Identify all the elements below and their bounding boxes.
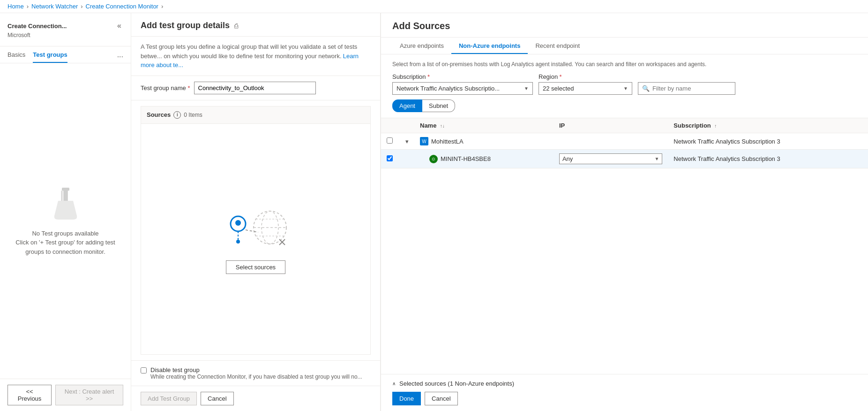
agent-subnet-toggle: Agent Subnet: [392, 99, 857, 112]
row1-checkbox[interactable]: [387, 137, 393, 144]
subscription-dropdown[interactable]: Network Traffic Analytics Subscriptio...…: [392, 82, 533, 95]
region-filter-group: Region * 22 selected ▼: [539, 73, 632, 95]
name-column-header: Name ↑↓: [414, 118, 554, 133]
center-description: A Test group lets you define a logical g…: [131, 37, 380, 76]
tab-test-groups[interactable]: Test groups: [33, 46, 67, 63]
disable-group-checkbox[interactable]: [141, 367, 147, 373]
selected-sources-chevron-icon[interactable]: ∧: [392, 381, 396, 386]
sources-info-icon[interactable]: i: [173, 111, 181, 119]
agents-table: Name ↑↓ IP Subscription ↑: [381, 118, 868, 168]
agent-icon: ⊙: [429, 155, 438, 163]
cancel-button[interactable]: Cancel: [201, 392, 233, 405]
region-chevron-icon: ▼: [623, 86, 628, 91]
breadcrumb: Home › Network Watcher › Create Connecti…: [0, 0, 868, 13]
tab-non-azure-endpoints[interactable]: Non-Azure endpoints: [451, 38, 528, 54]
filter-search-box[interactable]: 🔍: [638, 82, 735, 95]
sidebar-subtitle: Microsoft: [7, 32, 123, 38]
row1-checkbox-cell[interactable]: [381, 133, 400, 150]
row2-name-cell: ⊙ MININT-HB4SBE8: [414, 150, 554, 168]
print-icon[interactable]: ⎙: [234, 22, 238, 30]
sidebar-empty-state: No Test groups availableClick on '+ Test…: [0, 63, 131, 379]
tab-azure-endpoints[interactable]: Azure endpoints: [392, 38, 451, 54]
region-label: Region *: [539, 73, 632, 80]
right-panel-footer: ∧ Selected sources (1 Non-Azure endpoint…: [381, 374, 868, 411]
selected-sources-bar: ∧ Selected sources (1 Non-Azure endpoint…: [392, 380, 857, 387]
add-test-group-button[interactable]: Add Test Group: [141, 392, 197, 405]
selected-sources-label: Selected sources (1 Non-Azure endpoints): [399, 380, 514, 387]
sources-label: Sources: [147, 111, 171, 118]
region-dropdown[interactable]: 22 selected ▼: [539, 82, 632, 95]
agent-toggle-button[interactable]: Agent: [392, 99, 422, 112]
expand-header: [400, 118, 414, 133]
row2-checkbox[interactable]: [387, 155, 393, 161]
sources-panel-body: Select sources: [141, 124, 370, 355]
disable-group-section: Disable test group While creating the Co…: [131, 360, 380, 386]
workspace-icon: W: [420, 137, 428, 145]
row2-expand-cell: [400, 150, 414, 168]
sidebar-nav-tabs: Basics Test groups ...: [0, 46, 131, 63]
search-input[interactable]: [652, 85, 731, 92]
breadcrumb-network-watcher[interactable]: Network Watcher: [31, 3, 78, 10]
row2-ip-cell: Any ▼: [554, 150, 668, 168]
flask-icon: [47, 186, 84, 223]
svg-line-12: [246, 230, 258, 232]
more-options-button[interactable]: ...: [117, 46, 123, 63]
collapse-button[interactable]: «: [115, 21, 123, 31]
sidebar: Create Connection... « Microsoft Basics …: [0, 13, 131, 411]
subscription-chevron-icon: ▼: [524, 86, 529, 91]
svg-rect-2: [61, 190, 62, 201]
select-all-header: [381, 118, 400, 133]
table-row: ⊙ MININT-HB4SBE8 Any ▼ Network Traffic A…: [381, 150, 868, 168]
center-panel-title: Add test group details: [141, 21, 230, 30]
tab-recent-endpoint[interactable]: Recent endpoint: [528, 38, 587, 54]
select-sources-button[interactable]: Select sources: [226, 260, 285, 274]
region-value: 22 selected: [543, 85, 621, 92]
breadcrumb-create-connection-monitor[interactable]: Create Connection Monitor: [86, 3, 158, 10]
next-button: Next : Create alert >>: [55, 385, 123, 405]
disable-group-label: Disable test group: [150, 366, 362, 373]
done-button[interactable]: Done: [392, 392, 421, 405]
agents-table-container: Name ↑↓ IP Subscription ↑: [381, 118, 868, 374]
svg-point-6: [236, 240, 240, 244]
svg-point-4: [235, 220, 241, 226]
filter-section: Select from a list of on-premises hosts …: [381, 54, 868, 118]
network-illustration: [218, 204, 293, 251]
test-group-name-input[interactable]: [194, 82, 316, 94]
sources-panel-header: Sources i 0 Items: [141, 107, 370, 124]
subscription-sort-icon[interactable]: ↑: [714, 123, 717, 129]
tab-basics[interactable]: Basics: [7, 46, 25, 63]
ip-value: Any: [562, 155, 653, 162]
row2-checkbox-cell[interactable]: [381, 150, 400, 168]
row1-expand-cell[interactable]: ▾: [400, 133, 414, 150]
ip-dropdown[interactable]: Any ▼: [559, 153, 662, 164]
subnet-toggle-button[interactable]: Subnet: [422, 99, 455, 112]
row1-name-cell: W MohittestLA: [414, 133, 554, 150]
name-sort-icon[interactable]: ↑↓: [440, 123, 445, 129]
right-panel: Add Sources Azure endpoints Non-Azure en…: [381, 13, 868, 411]
row2-subscription-cell: Network Traffic Analytics Subscription 3: [668, 150, 868, 168]
ip-chevron-icon: ▼: [654, 156, 659, 161]
row2-name: MININT-HB4SBE8: [441, 155, 491, 162]
center-header: Add test group details ⎙: [131, 13, 380, 37]
row1-ip-cell: [554, 133, 668, 150]
subscription-value: Network Traffic Analytics Subscriptio...: [397, 85, 522, 92]
cancel-button[interactable]: Cancel: [425, 392, 457, 405]
filter-row: Subscription * Network Traffic Analytics…: [392, 73, 857, 95]
center-panel: Add test group details ⎙ A Test group le…: [131, 13, 381, 411]
test-group-name-label: Test group name *: [141, 84, 190, 91]
sources-panel: Sources i 0 Items: [141, 106, 371, 355]
subscription-filter-group: Subscription * Network Traffic Analytics…: [392, 73, 533, 95]
right-panel-title: Add Sources: [392, 21, 857, 31]
sources-destinations-area: Sources i 0 Items: [131, 100, 380, 361]
sidebar-footer: << Previous Next : Create alert >>: [0, 379, 131, 411]
right-panel-header: Add Sources: [381, 13, 868, 38]
sidebar-empty-text: No Test groups availableClick on '+ Test…: [15, 229, 115, 257]
table-header-row: Name ↑↓ IP Subscription ↑: [381, 118, 868, 133]
sidebar-title-text: Create Connection...: [7, 23, 67, 30]
center-footer: Add Test Group Cancel: [131, 386, 380, 411]
previous-button[interactable]: << Previous: [7, 385, 52, 405]
ip-column-header: IP: [554, 118, 668, 133]
subscription-column-header: Subscription ↑: [668, 118, 868, 133]
svg-rect-1: [63, 188, 68, 201]
breadcrumb-home[interactable]: Home: [7, 3, 24, 10]
